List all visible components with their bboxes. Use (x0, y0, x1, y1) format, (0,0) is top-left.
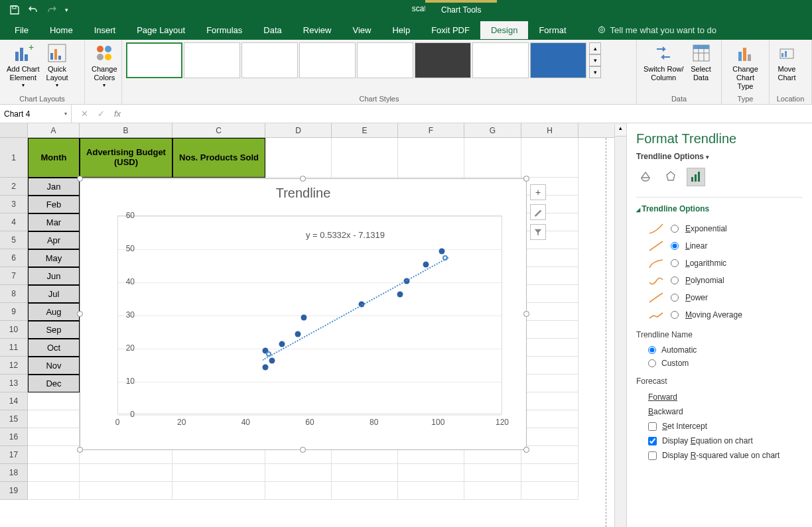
chart-style-7[interactable] (472, 42, 529, 78)
cell-H13[interactable] (521, 375, 578, 392)
cell-F19[interactable] (398, 482, 464, 500)
data-point[interactable] (269, 358, 275, 364)
col-header-E[interactable]: E (332, 123, 398, 137)
cell-A1[interactable]: Month (28, 138, 80, 178)
cell-D1[interactable] (265, 138, 332, 178)
change-chart-type-button[interactable]: Change Chart Type (726, 41, 765, 93)
quick-layout-button[interactable]: Quick Layout▾ (44, 41, 71, 90)
cell-H9[interactable] (521, 303, 578, 321)
cell-A12[interactable]: Nov (28, 357, 80, 375)
tab-file[interactable]: File (4, 21, 39, 39)
cell-A15[interactable] (28, 410, 80, 428)
chart-style-1[interactable] (126, 42, 182, 78)
row-header-9[interactable]: 9 (0, 303, 28, 321)
cell-C18[interactable] (172, 464, 265, 482)
cell-E19[interactable] (332, 482, 398, 500)
cell-H19[interactable] (521, 482, 578, 500)
row-header-2[interactable]: 2 (0, 178, 28, 196)
cell-A14[interactable] (28, 392, 80, 410)
cell-H11[interactable] (521, 339, 578, 357)
chart-style-5[interactable] (357, 42, 413, 78)
cell-F1[interactable] (398, 138, 464, 178)
cell-A16[interactable] (28, 428, 80, 446)
cell-H10[interactable] (521, 321, 578, 339)
row-header-17[interactable]: 17 (0, 446, 28, 464)
undo-icon[interactable] (28, 5, 38, 15)
trendline[interactable] (262, 257, 448, 360)
cell-G18[interactable] (464, 464, 521, 482)
plot-area[interactable] (117, 215, 502, 414)
display-equation-checkbox[interactable] (648, 437, 657, 445)
forecast-backward[interactable]: Backward (636, 404, 803, 419)
chart-style-8[interactable] (530, 42, 586, 78)
chart-style-3[interactable] (241, 42, 298, 78)
chart-filters-button[interactable] (530, 224, 546, 240)
data-point[interactable] (301, 315, 307, 321)
select-all-triangle[interactable] (0, 123, 28, 137)
enter-formula-icon[interactable]: ✓ (98, 109, 105, 119)
trendline-type-logarithmic[interactable]: Logarithmic (636, 255, 803, 272)
cell-H15[interactable] (521, 410, 578, 428)
trendline-options-tab-icon[interactable] (687, 168, 705, 186)
cell-C1[interactable]: Nos. Products Sold (172, 138, 265, 178)
trendline-options-section[interactable]: Trendline Options (636, 204, 803, 213)
cell-G1[interactable] (464, 138, 521, 178)
data-point[interactable] (295, 331, 301, 337)
pane-options-dropdown[interactable]: Trendline Options (636, 152, 803, 161)
cell-E18[interactable] (332, 464, 398, 482)
row-header-16[interactable]: 16 (0, 428, 28, 446)
cancel-formula-icon[interactable]: ✕ (81, 109, 88, 119)
col-header-C[interactable]: C (172, 123, 265, 137)
vertical-scrollbar[interactable]: ▴ (614, 125, 626, 527)
row-header-5[interactable]: 5 (0, 231, 28, 249)
cell-A8[interactable]: Jul (28, 285, 80, 303)
move-chart-button[interactable]: Move Chart (774, 41, 800, 84)
row-header-8[interactable]: 8 (0, 285, 28, 303)
row-header-19[interactable]: 19 (0, 482, 28, 500)
data-point[interactable] (279, 341, 285, 347)
row-header-13[interactable]: 13 (0, 375, 28, 392)
redo-icon[interactable] (46, 5, 57, 15)
tab-home[interactable]: Home (39, 21, 84, 39)
data-point[interactable] (439, 249, 445, 255)
cell-B19[interactable] (80, 482, 172, 500)
row-header-1[interactable]: 1 (0, 138, 28, 178)
row-header-11[interactable]: 11 (0, 339, 28, 357)
row-header-12[interactable]: 12 (0, 357, 28, 375)
change-colors-button[interactable]: Change Colors▾ (89, 41, 120, 90)
cell-A7[interactable]: Jun (28, 267, 80, 285)
chart-style-2[interactable] (184, 42, 240, 78)
chart-title[interactable]: Trendline (80, 179, 526, 201)
cell-D19[interactable] (265, 482, 332, 500)
cell-A3[interactable]: Feb (28, 196, 80, 213)
col-header-B[interactable]: B (80, 123, 172, 137)
cell-B18[interactable] (80, 464, 172, 482)
row-header-10[interactable]: 10 (0, 321, 28, 339)
cell-H6[interactable] (521, 249, 578, 267)
custom-name-radio[interactable] (648, 359, 656, 367)
gallery-scroll-down[interactable]: ▾ (589, 54, 601, 66)
col-header-H[interactable]: H (521, 123, 578, 137)
tab-format[interactable]: Format (528, 21, 576, 39)
trendline-type-moving-average[interactable]: Moving Average (636, 306, 803, 323)
chart-style-6[interactable] (415, 42, 471, 78)
cell-A5[interactable]: Apr (28, 231, 80, 249)
automatic-name-radio[interactable] (648, 346, 656, 354)
cell-F18[interactable] (398, 464, 464, 482)
display-rsquared-checkbox[interactable] (648, 451, 657, 460)
row-header-15[interactable]: 15 (0, 410, 28, 428)
forecast-forward[interactable]: Forward (636, 390, 803, 404)
cell-H12[interactable] (521, 357, 578, 375)
cell-A6[interactable]: May (28, 249, 80, 267)
row-header-14[interactable]: 14 (0, 392, 28, 410)
cell-C19[interactable] (172, 482, 265, 500)
cell-D18[interactable] (265, 464, 332, 482)
add-chart-element-button[interactable]: + Add Chart Element▾ (4, 41, 42, 90)
row-header-7[interactable]: 7 (0, 267, 28, 285)
cell-A2[interactable]: Jan (28, 178, 80, 196)
cell-H16[interactable] (521, 428, 578, 446)
tab-view[interactable]: View (342, 21, 381, 39)
cell-H8[interactable] (521, 285, 578, 303)
cell-A9[interactable]: Aug (28, 303, 80, 321)
gallery-more[interactable]: ▾ (589, 66, 601, 78)
